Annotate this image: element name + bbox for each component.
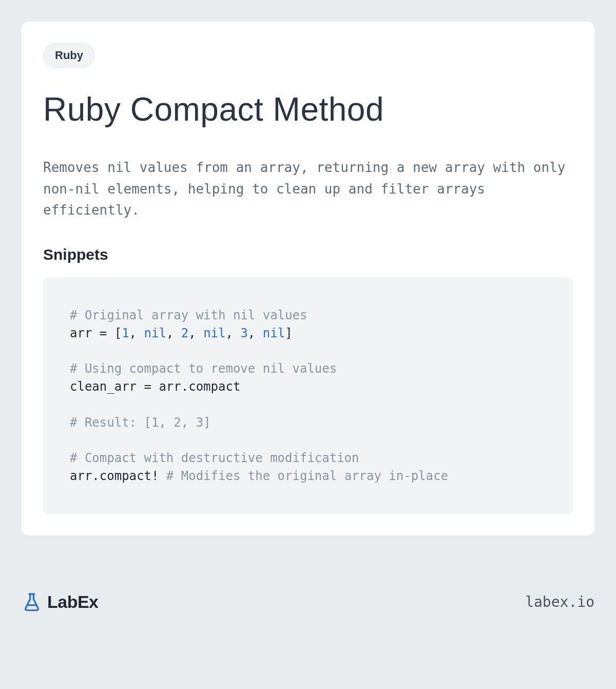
- footer: LabEx labex.io: [22, 591, 594, 612]
- code-number: 1: [122, 326, 129, 340]
- snippets-heading: Snippets: [43, 246, 573, 263]
- code-comment: # Compact with destructive modification: [70, 451, 359, 465]
- domain-text: labex.io: [525, 594, 594, 610]
- code-comment: # Original array with nil values: [70, 308, 307, 322]
- code-text: ,: [129, 326, 144, 340]
- flask-icon: [22, 591, 42, 612]
- language-tag: Ruby: [43, 43, 95, 68]
- code-text: clean_arr = arr.compact: [70, 379, 240, 394]
- code-text: ]: [285, 326, 292, 340]
- code-text: ,: [226, 326, 241, 340]
- code-text: ,: [166, 326, 181, 340]
- code-number: 2: [181, 326, 188, 340]
- description-text: Removes nil values from an array, return…: [43, 157, 573, 221]
- code-nil: nil: [263, 326, 285, 340]
- code-comment: # Modifies the original array in-place: [166, 469, 448, 483]
- code-comment: # Using compact to remove nil values: [70, 361, 337, 376]
- code-comment: # Result: [1, 2, 3]: [70, 415, 211, 430]
- code-snippet: # Original array with nil values arr = […: [43, 278, 573, 514]
- code-text: arr.compact!: [70, 469, 166, 483]
- code-text: ,: [188, 326, 203, 340]
- brand: LabEx: [22, 591, 99, 612]
- code-nil: nil: [144, 326, 166, 340]
- code-text: ,: [248, 326, 263, 340]
- content-card: Ruby Ruby Compact Method Removes nil val…: [22, 22, 594, 535]
- code-text: arr = [: [70, 326, 122, 340]
- brand-name: LabEx: [47, 592, 99, 612]
- page-title: Ruby Compact Method: [43, 90, 573, 128]
- code-number: 3: [240, 326, 247, 340]
- code-nil: nil: [203, 326, 225, 340]
